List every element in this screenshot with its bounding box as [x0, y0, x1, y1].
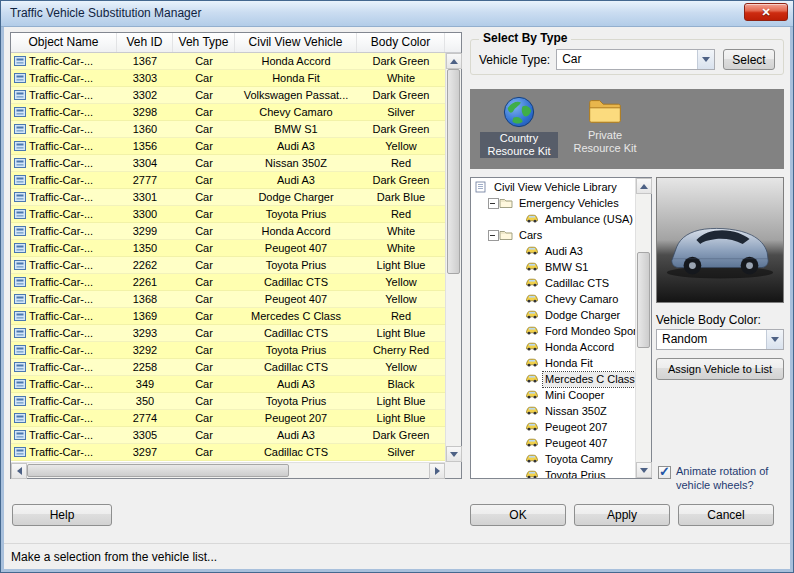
table-vertical-scrollbar[interactable]	[445, 53, 461, 462]
table-row[interactable]: Traffic-Car-... 1367 Car Honda Accord Da…	[11, 53, 445, 70]
tree-expander[interactable]	[513, 275, 525, 291]
column-header-object-name[interactable]: Object Name	[11, 33, 117, 52]
tree-item[interactable]: Cadillac CTS	[471, 275, 635, 291]
veh-id-cell: 2777	[117, 172, 173, 188]
table-row[interactable]: Traffic-Car-... 3302 Car Volkswagen Pass…	[11, 87, 445, 104]
cancel-button[interactable]: Cancel	[678, 504, 774, 526]
scrollbar-track[interactable]	[27, 463, 429, 478]
tree-expander[interactable]	[513, 339, 525, 355]
close-button[interactable]: ✕	[744, 3, 788, 21]
table-row[interactable]: Traffic-Car-... 3305 Car Audi A3 Dark Gr…	[11, 427, 445, 444]
scroll-down-button[interactable]	[446, 446, 462, 462]
tree-item[interactable]: Mini Cooper	[471, 387, 635, 403]
scroll-left-button[interactable]	[11, 463, 27, 479]
tree-vertical-scrollbar[interactable]	[635, 178, 651, 478]
tree-item-label: Audi A3	[543, 244, 585, 259]
table-row[interactable]: Traffic-Car-... 3304 Car Nissan 350Z Red	[11, 155, 445, 172]
tree-expander[interactable]	[513, 355, 525, 371]
table-row[interactable]: Traffic-Car-... 3297 Car Cadillac CTS Si…	[11, 444, 445, 461]
table-row[interactable]: Traffic-Car-... 2262 Car Toyota Prius Li…	[11, 257, 445, 274]
animate-wheels-checkbox[interactable]: ✓ Animate rotation of vehicle wheels?	[658, 465, 790, 493]
object-name-cell: Traffic-Car-...	[29, 223, 93, 239]
table-row[interactable]: Traffic-Car-... 1350 Car Peugeot 407 Whi…	[11, 240, 445, 257]
vehicle-type-combobox[interactable]: Car	[556, 49, 715, 70]
table-row[interactable]: Traffic-Car-... 3293 Car Cadillac CTS Li…	[11, 325, 445, 342]
tree-item[interactable]: Honda Fit	[471, 355, 635, 371]
table-horizontal-scrollbar[interactable]	[11, 462, 445, 478]
resource-kit-item[interactable]: Country Resource Kit	[480, 95, 558, 169]
tree-expander[interactable]	[513, 467, 525, 478]
table-row[interactable]: Traffic-Car-... 350 Car Toyota Prius Lig…	[11, 393, 445, 410]
scroll-up-button[interactable]	[636, 178, 652, 194]
tree-item[interactable]: BMW S1	[471, 259, 635, 275]
scrollbar-track[interactable]	[636, 194, 651, 462]
tree-item[interactable]: Audi A3	[471, 243, 635, 259]
tree-expander[interactable]	[513, 451, 525, 467]
tree-expander[interactable]	[513, 371, 525, 387]
tree-item[interactable]: Toyota Camry	[471, 451, 635, 467]
table-row[interactable]: Traffic-Car-... 3298 Car Chevy Camaro Si…	[11, 104, 445, 121]
tree-item[interactable]: Peugeot 207	[471, 419, 635, 435]
table-row[interactable]: Traffic-Car-... 3299 Car Honda Accord Wh…	[11, 223, 445, 240]
scrollbar-thumb[interactable]	[447, 69, 460, 274]
tree-expander[interactable]	[513, 435, 525, 451]
tree-item[interactable]: Toyota Prius	[471, 467, 635, 478]
table-row[interactable]: Traffic-Car-... 2261 Car Cadillac CTS Ye…	[11, 274, 445, 291]
body-color-combobox[interactable]: Random	[656, 329, 784, 350]
table-row[interactable]: Traffic-Car-... 3303 Car Honda Fit White	[11, 70, 445, 87]
tree-expander[interactable]	[487, 227, 499, 243]
table-row[interactable]: Traffic-Car-... 349 Car Audi A3 Black	[11, 376, 445, 393]
tree-item[interactable]: Dodge Charger	[471, 307, 635, 323]
vehicle-icon	[525, 389, 540, 401]
tree-expander[interactable]	[513, 243, 525, 259]
object-name-cell: Traffic-Car-...	[29, 53, 93, 69]
tree-expander[interactable]	[487, 195, 499, 211]
tree-expander[interactable]	[513, 211, 525, 227]
apply-button[interactable]: Apply	[574, 504, 670, 526]
tree-expander[interactable]	[513, 403, 525, 419]
column-header-body-color[interactable]: Body Color	[357, 33, 445, 52]
table-row[interactable]: Traffic-Car-... 3300 Car Toyota Prius Re…	[11, 206, 445, 223]
resource-kit-item[interactable]: Private Resource Kit	[566, 95, 644, 169]
scroll-up-button[interactable]	[446, 53, 462, 69]
tree-item[interactable]: Mercedes C Class	[471, 371, 635, 387]
tree-item[interactable]: Ambulance (USA)	[471, 211, 635, 227]
tree-item[interactable]: Peugeot 407	[471, 435, 635, 451]
tree-item[interactable]: Cars	[471, 227, 635, 243]
tree-item[interactable]: Ford Mondeo Sportb	[471, 323, 635, 339]
tree-expander[interactable]	[513, 291, 525, 307]
table-row[interactable]: Traffic-Car-... 2777 Car Audi A3 Dark Gr…	[11, 172, 445, 189]
scroll-down-button[interactable]	[636, 462, 652, 478]
table-row[interactable]: Traffic-Car-... 2258 Car Cadillac CTS Ye…	[11, 359, 445, 376]
table-row[interactable]: Traffic-Car-... 1369 Car Mercedes C Clas…	[11, 308, 445, 325]
tree-expander[interactable]	[513, 307, 525, 323]
tree-item[interactable]: Civil View Vehicle Library	[471, 179, 635, 195]
help-button[interactable]: Help	[12, 504, 112, 526]
column-header-veh-type[interactable]: Veh Type	[173, 33, 235, 52]
table-row[interactable]: Traffic-Car-... 3292 Car Toyota Prius Ch…	[11, 342, 445, 359]
tree-item[interactable]: Chevy Camaro	[471, 291, 635, 307]
table-row[interactable]: Traffic-Car-... 2774 Car Peugeot 207 Lig…	[11, 410, 445, 427]
table-row[interactable]: Traffic-Car-... 1360 Car BMW S1 Dark Gre…	[11, 121, 445, 138]
table-row[interactable]: Traffic-Car-... 3301 Car Dodge Charger D…	[11, 189, 445, 206]
tree-expander[interactable]	[513, 323, 525, 339]
veh-type-cell: Car	[173, 376, 235, 392]
tree-item[interactable]: Nissan 350Z	[471, 403, 635, 419]
table-row[interactable]: Traffic-Car-... 1356 Car Audi A3 Yellow	[11, 138, 445, 155]
scrollbar-thumb[interactable]	[27, 464, 289, 477]
tree-expander[interactable]	[513, 419, 525, 435]
scrollbar-track[interactable]	[446, 69, 461, 446]
tree-item[interactable]: Honda Accord	[471, 339, 635, 355]
table-row[interactable]: Traffic-Car-... 1368 Car Peugeot 407 Yel…	[11, 291, 445, 308]
tree-expander[interactable]	[513, 387, 525, 403]
assign-vehicle-button[interactable]: Assign Vehicle to List	[656, 358, 784, 380]
tree-item[interactable]: Emergency Vehicles	[471, 195, 635, 211]
scroll-right-button[interactable]	[429, 463, 445, 479]
tree-item-label: BMW S1	[543, 260, 590, 275]
column-header-veh-id[interactable]: Veh ID	[117, 33, 173, 52]
column-header-civil-view-vehicle[interactable]: Civil View Vehicle	[235, 33, 357, 52]
select-button[interactable]: Select	[723, 49, 775, 70]
scrollbar-thumb[interactable]	[637, 252, 650, 348]
tree-expander[interactable]	[513, 259, 525, 275]
ok-button[interactable]: OK	[470, 504, 566, 526]
